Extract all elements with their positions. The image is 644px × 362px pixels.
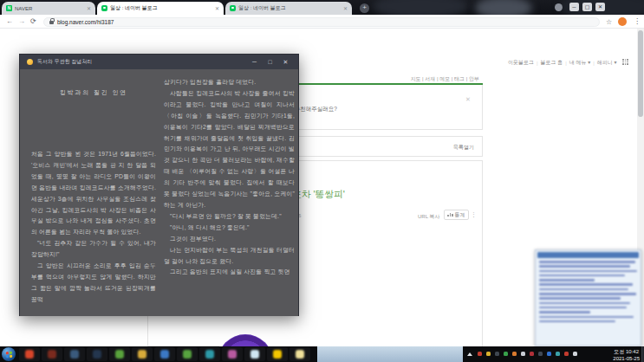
chapter-title: 킹박과의 질긴 인연	[31, 88, 156, 97]
open-list-link[interactable]: 목록열기	[453, 144, 474, 152]
taskbar-app-icon[interactable]	[87, 347, 107, 361]
memo-text-line	[539, 307, 627, 309]
tray-expand-icon[interactable]	[467, 352, 472, 356]
bar-chart-icon	[447, 213, 453, 217]
post-title[interactable]: 포차 '똥쌍피'	[292, 188, 345, 201]
clock-time: 오전 10:42	[613, 348, 640, 355]
reader-right-page: 삼키다가 입천장을 홀라당 데었다. 사람들은 킹레코드사의 박 사장을 줄여서…	[164, 74, 295, 316]
tab-close-icon[interactable]: ✕	[87, 5, 91, 11]
taskbar-app-icon[interactable]	[199, 347, 220, 361]
memo-text-line	[539, 320, 615, 323]
browser-toolbar: ← → ⟳ blog.naver.com/hi3187 ☆ ⋮	[0, 15, 644, 29]
tray-icon[interactable]	[495, 352, 499, 356]
forward-icon[interactable]: →	[18, 18, 25, 25]
reload-icon[interactable]: ⟳	[30, 18, 36, 25]
tab-title: 일상 : 네이버 블로그	[238, 4, 341, 12]
taskbar-app-icon[interactable]	[154, 347, 175, 361]
tray-icon[interactable]	[547, 352, 551, 356]
tray-icon[interactable]	[521, 352, 525, 356]
reader-minimize-button[interactable]: ─	[249, 59, 260, 65]
tray-icon[interactable]	[504, 352, 508, 356]
blurred-memo-overlay[interactable]	[535, 249, 641, 346]
reader-left-page: 킹박과의 질긴 인연 처음 그 양반을 뵌 것은 1971년 6월쯤이었다. '…	[31, 74, 156, 316]
taskbar-app-icon[interactable]	[132, 347, 153, 361]
theme-circle-icon	[555, 3, 563, 11]
tray-icon[interactable]	[486, 352, 491, 356]
window-close-button[interactable]: ✕	[595, 3, 605, 11]
taskbar-app-icon[interactable]	[244, 347, 265, 361]
window-maximize-button[interactable]: ▢	[582, 3, 592, 11]
stats-label: 통계	[455, 211, 465, 219]
tray-icon[interactable]	[538, 352, 543, 356]
paragraph: 그것이 전부였다.	[164, 234, 295, 245]
notice-close-icon[interactable]: ✕	[465, 96, 471, 103]
tab-blog-active[interactable]: 일상 : 네이버 블로그 ✕	[97, 2, 224, 15]
taskbar-app-icon[interactable]	[64, 347, 85, 361]
taskbar-app-icon[interactable]	[289, 347, 310, 361]
reader-window-title: 독서와 무관한 잡념처리	[37, 58, 244, 66]
reader-close-button[interactable]: ✕	[280, 59, 291, 66]
back-icon[interactable]: ←	[6, 18, 13, 25]
windows-flag-icon	[5, 351, 11, 357]
tray-icon[interactable]	[530, 352, 534, 356]
memo-text-line	[539, 302, 630, 305]
memo-text-line	[539, 311, 590, 314]
theme-blob	[373, 0, 468, 15]
memo-text-line	[539, 283, 633, 286]
address-bar[interactable]: blog.naver.com/hi3187	[43, 17, 600, 27]
paragraph: 그리고 음반의 표지에 실릴 사진을 찍고 뒷면	[164, 267, 295, 278]
start-button[interactable]	[2, 347, 16, 361]
taskbar-app-icon[interactable]	[109, 347, 130, 361]
memo-text-line	[539, 279, 595, 281]
nav-nickname[interactable]: 해피니 ▾	[597, 59, 617, 67]
taskbar-app-icon[interactable]	[42, 347, 62, 361]
memo-text-line	[539, 265, 630, 268]
memo-text-line	[539, 316, 634, 319]
tab-close-icon[interactable]: ✕	[215, 5, 219, 11]
nav-my-menu[interactable]: 내 메뉴 ▾	[569, 59, 590, 67]
memo-text-line	[539, 261, 635, 263]
window-minimize-button[interactable]: ─	[569, 3, 579, 11]
tray-icon[interactable]	[573, 352, 577, 356]
blog-side-nav[interactable]: 지도 | 서재 | 메모 | 태그 | 안부	[364, 75, 479, 83]
blog-favicon	[101, 5, 107, 11]
system-tray-icons	[478, 352, 577, 356]
browser-frame: N NAVER ✕ 일상 : 네이버 블로그 ✕ 일상 : 네이버 블로그 ✕ …	[0, 0, 644, 15]
tray-icon[interactable]	[564, 352, 569, 356]
taskbar-app-icon[interactable]	[19, 347, 40, 361]
profile-avatar[interactable]	[618, 17, 627, 26]
nav-neighbor-blog[interactable]: 이웃블로그	[508, 59, 534, 67]
memo-text-line	[539, 297, 621, 300]
stats-button[interactable]: 통계	[444, 210, 469, 220]
reader-title-bar[interactable]: 독서와 무관한 잡념처리 ─ □ ✕	[20, 55, 298, 69]
scrollbar-thumb[interactable]	[638, 30, 643, 117]
tray-icon[interactable]	[512, 352, 517, 356]
tab-naver[interactable]: N NAVER ✕	[2, 2, 95, 15]
taskbar-app-icon[interactable]	[222, 347, 243, 361]
taskbar-app-icon[interactable]	[267, 347, 288, 361]
paragraph: "너도 김추자 같은 가수가 될 수 있어, 내가 장담하지!"	[31, 238, 156, 261]
memo-text-line	[539, 270, 637, 273]
new-tab-button[interactable]: +	[360, 3, 369, 13]
paragraph: "아니, 왜 다시 해요? 좋은데."	[164, 223, 295, 234]
memo-text-line	[539, 275, 625, 277]
paragraph: "다시 부르면 안 될까요? 잘 못 불렀는데."	[164, 211, 295, 223]
theme-blob	[475, 0, 532, 15]
bookmark-star-icon[interactable]: ☆	[606, 19, 612, 26]
browser-menu-icon[interactable]: ⋮	[634, 18, 641, 25]
apps-grid-icon[interactable]	[622, 59, 628, 65]
padlock-icon	[49, 21, 54, 24]
tab-close-icon[interactable]: ✕	[343, 5, 348, 11]
taskbar-app-icon[interactable]	[177, 347, 198, 361]
tray-icon[interactable]	[556, 352, 560, 356]
paragraph: 삼키다가 입천장을 홀라당 데었다.	[164, 77, 295, 88]
tray-icon[interactable]	[478, 352, 482, 356]
taskbar-clock[interactable]: 오전 10:42 2021-05-25	[613, 348, 640, 362]
url-copy-button[interactable]: URL 복사	[418, 213, 439, 221]
nav-blog-home[interactable]: 블로그 홈	[541, 59, 563, 67]
tab-blog-2[interactable]: 일상 : 네이버 블로그 ✕	[225, 2, 352, 15]
url-text[interactable]: blog.naver.com/hi3187	[57, 19, 114, 25]
post-more-icon[interactable]: ⋮	[471, 211, 477, 218]
reader-app-icon	[27, 59, 33, 65]
reader-maximize-button[interactable]: □	[264, 59, 276, 65]
